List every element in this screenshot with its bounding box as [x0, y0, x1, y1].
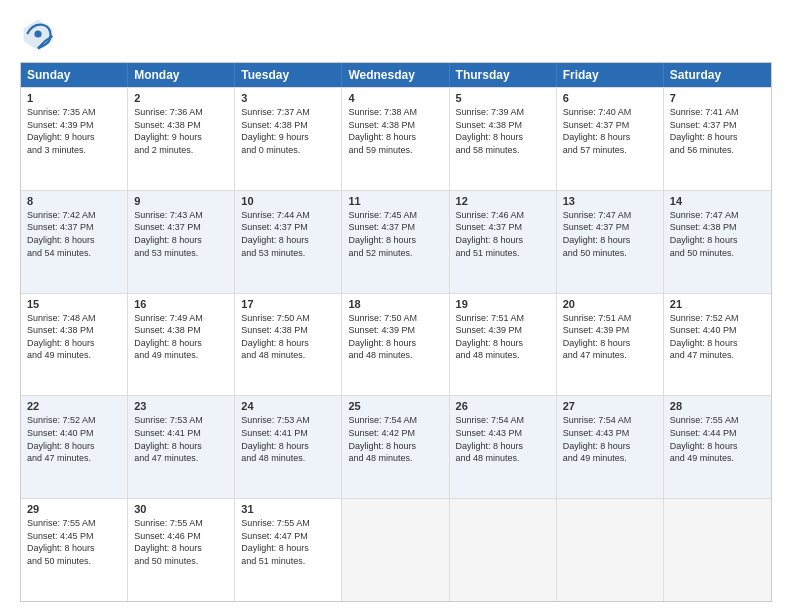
- calendar-cell: 11Sunrise: 7:45 AM Sunset: 4:37 PM Dayli…: [342, 191, 449, 293]
- cal-header-cell: Wednesday: [342, 63, 449, 87]
- calendar-cell: 14Sunrise: 7:47 AM Sunset: 4:38 PM Dayli…: [664, 191, 771, 293]
- day-info: Sunrise: 7:46 AM Sunset: 4:37 PM Dayligh…: [456, 209, 550, 259]
- day-number: 10: [241, 195, 335, 207]
- calendar-cell: 29Sunrise: 7:55 AM Sunset: 4:45 PM Dayli…: [21, 499, 128, 601]
- day-info: Sunrise: 7:55 AM Sunset: 4:44 PM Dayligh…: [670, 414, 765, 464]
- calendar: SundayMondayTuesdayWednesdayThursdayFrid…: [20, 62, 772, 602]
- day-number: 6: [563, 92, 657, 104]
- day-info: Sunrise: 7:51 AM Sunset: 4:39 PM Dayligh…: [456, 312, 550, 362]
- day-info: Sunrise: 7:36 AM Sunset: 4:38 PM Dayligh…: [134, 106, 228, 156]
- day-info: Sunrise: 7:50 AM Sunset: 4:38 PM Dayligh…: [241, 312, 335, 362]
- calendar-week: 1Sunrise: 7:35 AM Sunset: 4:39 PM Daylig…: [21, 87, 771, 190]
- day-info: Sunrise: 7:52 AM Sunset: 4:40 PM Dayligh…: [27, 414, 121, 464]
- day-info: Sunrise: 7:50 AM Sunset: 4:39 PM Dayligh…: [348, 312, 442, 362]
- calendar-week: 8Sunrise: 7:42 AM Sunset: 4:37 PM Daylig…: [21, 190, 771, 293]
- calendar-cell: 8Sunrise: 7:42 AM Sunset: 4:37 PM Daylig…: [21, 191, 128, 293]
- day-number: 4: [348, 92, 442, 104]
- logo-icon: [20, 16, 56, 52]
- day-number: 25: [348, 400, 442, 412]
- day-number: 29: [27, 503, 121, 515]
- cal-header-cell: Friday: [557, 63, 664, 87]
- calendar-cell: 23Sunrise: 7:53 AM Sunset: 4:41 PM Dayli…: [128, 396, 235, 498]
- day-info: Sunrise: 7:52 AM Sunset: 4:40 PM Dayligh…: [670, 312, 765, 362]
- calendar-cell: 25Sunrise: 7:54 AM Sunset: 4:42 PM Dayli…: [342, 396, 449, 498]
- day-number: 7: [670, 92, 765, 104]
- calendar-cell: 30Sunrise: 7:55 AM Sunset: 4:46 PM Dayli…: [128, 499, 235, 601]
- day-info: Sunrise: 7:51 AM Sunset: 4:39 PM Dayligh…: [563, 312, 657, 362]
- day-number: 17: [241, 298, 335, 310]
- day-info: Sunrise: 7:54 AM Sunset: 4:43 PM Dayligh…: [456, 414, 550, 464]
- day-number: 3: [241, 92, 335, 104]
- calendar-cell: 21Sunrise: 7:52 AM Sunset: 4:40 PM Dayli…: [664, 294, 771, 396]
- calendar-header-row: SundayMondayTuesdayWednesdayThursdayFrid…: [21, 63, 771, 87]
- day-info: Sunrise: 7:45 AM Sunset: 4:37 PM Dayligh…: [348, 209, 442, 259]
- calendar-cell: 19Sunrise: 7:51 AM Sunset: 4:39 PM Dayli…: [450, 294, 557, 396]
- day-info: Sunrise: 7:35 AM Sunset: 4:39 PM Dayligh…: [27, 106, 121, 156]
- calendar-cell: 7Sunrise: 7:41 AM Sunset: 4:37 PM Daylig…: [664, 88, 771, 190]
- day-number: 24: [241, 400, 335, 412]
- calendar-cell: 17Sunrise: 7:50 AM Sunset: 4:38 PM Dayli…: [235, 294, 342, 396]
- day-number: 9: [134, 195, 228, 207]
- calendar-cell: 4Sunrise: 7:38 AM Sunset: 4:38 PM Daylig…: [342, 88, 449, 190]
- day-info: Sunrise: 7:55 AM Sunset: 4:47 PM Dayligh…: [241, 517, 335, 567]
- day-info: Sunrise: 7:43 AM Sunset: 4:37 PM Dayligh…: [134, 209, 228, 259]
- day-number: 8: [27, 195, 121, 207]
- calendar-cell: 3Sunrise: 7:37 AM Sunset: 4:38 PM Daylig…: [235, 88, 342, 190]
- day-info: Sunrise: 7:47 AM Sunset: 4:37 PM Dayligh…: [563, 209, 657, 259]
- calendar-cell: [557, 499, 664, 601]
- day-info: Sunrise: 7:54 AM Sunset: 4:43 PM Dayligh…: [563, 414, 657, 464]
- day-info: Sunrise: 7:47 AM Sunset: 4:38 PM Dayligh…: [670, 209, 765, 259]
- day-number: 27: [563, 400, 657, 412]
- calendar-cell: 22Sunrise: 7:52 AM Sunset: 4:40 PM Dayli…: [21, 396, 128, 498]
- calendar-cell: 28Sunrise: 7:55 AM Sunset: 4:44 PM Dayli…: [664, 396, 771, 498]
- svg-point-1: [34, 30, 41, 37]
- day-number: 22: [27, 400, 121, 412]
- day-number: 1: [27, 92, 121, 104]
- day-info: Sunrise: 7:49 AM Sunset: 4:38 PM Dayligh…: [134, 312, 228, 362]
- day-info: Sunrise: 7:53 AM Sunset: 4:41 PM Dayligh…: [241, 414, 335, 464]
- calendar-cell: 27Sunrise: 7:54 AM Sunset: 4:43 PM Dayli…: [557, 396, 664, 498]
- calendar-cell: 13Sunrise: 7:47 AM Sunset: 4:37 PM Dayli…: [557, 191, 664, 293]
- page: SundayMondayTuesdayWednesdayThursdayFrid…: [0, 0, 792, 612]
- calendar-cell: 31Sunrise: 7:55 AM Sunset: 4:47 PM Dayli…: [235, 499, 342, 601]
- day-info: Sunrise: 7:44 AM Sunset: 4:37 PM Dayligh…: [241, 209, 335, 259]
- day-info: Sunrise: 7:38 AM Sunset: 4:38 PM Dayligh…: [348, 106, 442, 156]
- logo: [20, 16, 60, 52]
- day-number: 21: [670, 298, 765, 310]
- calendar-cell: 16Sunrise: 7:49 AM Sunset: 4:38 PM Dayli…: [128, 294, 235, 396]
- cal-header-cell: Thursday: [450, 63, 557, 87]
- day-number: 5: [456, 92, 550, 104]
- day-info: Sunrise: 7:41 AM Sunset: 4:37 PM Dayligh…: [670, 106, 765, 156]
- day-info: Sunrise: 7:42 AM Sunset: 4:37 PM Dayligh…: [27, 209, 121, 259]
- calendar-cell: 20Sunrise: 7:51 AM Sunset: 4:39 PM Dayli…: [557, 294, 664, 396]
- day-info: Sunrise: 7:37 AM Sunset: 4:38 PM Dayligh…: [241, 106, 335, 156]
- day-info: Sunrise: 7:48 AM Sunset: 4:38 PM Dayligh…: [27, 312, 121, 362]
- cal-header-cell: Monday: [128, 63, 235, 87]
- day-number: 19: [456, 298, 550, 310]
- calendar-cell: 15Sunrise: 7:48 AM Sunset: 4:38 PM Dayli…: [21, 294, 128, 396]
- day-number: 26: [456, 400, 550, 412]
- calendar-cell: 5Sunrise: 7:39 AM Sunset: 4:38 PM Daylig…: [450, 88, 557, 190]
- calendar-cell: [450, 499, 557, 601]
- day-number: 15: [27, 298, 121, 310]
- calendar-body: 1Sunrise: 7:35 AM Sunset: 4:39 PM Daylig…: [21, 87, 771, 601]
- day-number: 23: [134, 400, 228, 412]
- day-number: 18: [348, 298, 442, 310]
- calendar-week: 15Sunrise: 7:48 AM Sunset: 4:38 PM Dayli…: [21, 293, 771, 396]
- calendar-cell: 12Sunrise: 7:46 AM Sunset: 4:37 PM Dayli…: [450, 191, 557, 293]
- day-info: Sunrise: 7:39 AM Sunset: 4:38 PM Dayligh…: [456, 106, 550, 156]
- calendar-cell: 24Sunrise: 7:53 AM Sunset: 4:41 PM Dayli…: [235, 396, 342, 498]
- calendar-cell: 26Sunrise: 7:54 AM Sunset: 4:43 PM Dayli…: [450, 396, 557, 498]
- calendar-cell: 9Sunrise: 7:43 AM Sunset: 4:37 PM Daylig…: [128, 191, 235, 293]
- calendar-week: 22Sunrise: 7:52 AM Sunset: 4:40 PM Dayli…: [21, 395, 771, 498]
- day-number: 16: [134, 298, 228, 310]
- day-info: Sunrise: 7:54 AM Sunset: 4:42 PM Dayligh…: [348, 414, 442, 464]
- day-info: Sunrise: 7:55 AM Sunset: 4:46 PM Dayligh…: [134, 517, 228, 567]
- cal-header-cell: Saturday: [664, 63, 771, 87]
- day-info: Sunrise: 7:55 AM Sunset: 4:45 PM Dayligh…: [27, 517, 121, 567]
- calendar-cell: [664, 499, 771, 601]
- header: [20, 16, 772, 52]
- day-number: 14: [670, 195, 765, 207]
- calendar-cell: 18Sunrise: 7:50 AM Sunset: 4:39 PM Dayli…: [342, 294, 449, 396]
- day-number: 11: [348, 195, 442, 207]
